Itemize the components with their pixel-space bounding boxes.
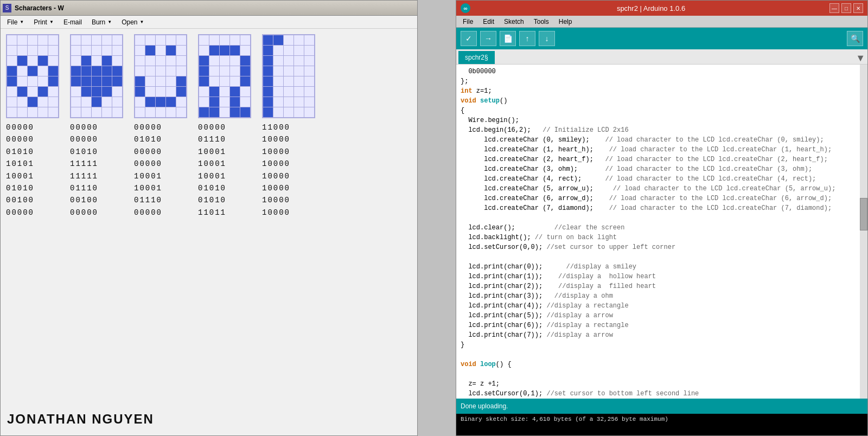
- code-line: lcd.print(char(5)); //display a arrow: [461, 311, 863, 320]
- pixel-cell: [92, 56, 101, 66]
- pixel-cell: [71, 107, 81, 117]
- pixel-cell: [48, 76, 58, 86]
- pixel-cell: [240, 97, 250, 107]
- restore-button[interactable]: □: [841, 3, 851, 13]
- pixel-cell: [220, 87, 229, 97]
- pixel-cell: [135, 87, 145, 97]
- pixel-cell: [156, 35, 165, 45]
- pixel-cell: [48, 107, 58, 117]
- menu-arduino-help[interactable]: Help: [554, 17, 577, 27]
- tab-spchr2[interactable]: spchr2§: [458, 51, 495, 64]
- pixel-cell: [284, 87, 293, 97]
- pixel-cell: [209, 66, 219, 76]
- pixel-cell: [156, 66, 165, 76]
- code-editor[interactable]: 0b00000};int z=1;void setup(){ Wire.begi…: [456, 65, 867, 399]
- close-button[interactable]: ✕: [853, 3, 863, 13]
- menu-email[interactable]: E-mail: [59, 17, 86, 27]
- minimize-button[interactable]: —: [829, 3, 839, 13]
- pixel-cell: [166, 35, 176, 45]
- pixel-cell: [156, 97, 165, 107]
- vertical-scrollbar[interactable]: [860, 65, 867, 399]
- pixel-cell: [304, 76, 314, 86]
- pixel-cell: [284, 35, 293, 45]
- pixel-cell: [17, 35, 27, 45]
- pixel-cell: [304, 35, 314, 45]
- menu-arduino-file[interactable]: File: [458, 17, 477, 27]
- menu-arduino-edit[interactable]: Edit: [478, 17, 499, 27]
- pixel-cell: [7, 87, 17, 97]
- menu-arduino-tools[interactable]: Tools: [529, 17, 553, 27]
- menu-burn[interactable]: Burn ▼: [87, 17, 116, 27]
- pixel-cell: [294, 46, 304, 55]
- new-button[interactable]: 📄: [500, 31, 516, 46]
- pixel-cell: [166, 46, 176, 55]
- code-line: };: [461, 76, 863, 86]
- pixel-cell: [263, 107, 273, 117]
- menu-file[interactable]: File ▼: [3, 17, 28, 27]
- tab-dropdown-button[interactable]: ▼: [856, 53, 865, 64]
- pixel-cell: [209, 35, 219, 45]
- pixel-cell: [102, 56, 112, 66]
- search-button[interactable]: 🔍: [847, 31, 863, 46]
- pixel-cell: [284, 66, 293, 76]
- tab-bar: spchr2§ ▼: [456, 49, 867, 65]
- code-line: [461, 252, 863, 262]
- pixel-cell: [81, 76, 91, 86]
- pixel-cell: [135, 66, 145, 76]
- pixel-cell: [102, 35, 112, 45]
- pixel-cell: [230, 66, 240, 76]
- left-title: Scharacters - W: [15, 4, 64, 12]
- pixel-cell: [81, 97, 91, 107]
- code-line: lcd.print(char(6)); //display a rectangl…: [461, 320, 863, 330]
- pixel-cell: [199, 35, 209, 45]
- upload-button[interactable]: →: [480, 31, 496, 46]
- pixel-cell: [71, 66, 81, 76]
- status-bar: Done uploading.: [456, 399, 867, 414]
- scrollbar-thumb[interactable]: [860, 198, 867, 230]
- code-line: }: [461, 340, 863, 350]
- pixel-cell: [220, 97, 229, 107]
- pixel-cell: [220, 46, 229, 55]
- pixel-cell: [112, 46, 122, 55]
- binary-display-smiley: 0000000000010101010110001010100010000000: [6, 121, 59, 219]
- save-button[interactable]: ↓: [539, 31, 555, 46]
- menu-arduino-sketch[interactable]: Sketch: [500, 17, 528, 27]
- pixel-cell: [284, 97, 293, 107]
- pixel-cell: [294, 66, 304, 76]
- pixel-cell: [71, 87, 81, 97]
- pixel-cell: [263, 87, 273, 97]
- code-line: lcd.createChar (7, diamond); // load cha…: [461, 203, 863, 213]
- pixel-cell: [199, 87, 209, 97]
- pixel-cell: [176, 76, 186, 86]
- pixel-cell: [17, 97, 27, 107]
- pixel-cell: [135, 46, 145, 55]
- pixel-cell: [284, 46, 293, 55]
- pixel-cell: [156, 87, 165, 97]
- pixel-cell: [7, 66, 17, 76]
- pixel-cell: [48, 87, 58, 97]
- pixel-cell: [135, 107, 145, 117]
- pixel-cell: [284, 107, 293, 117]
- pixel-cell: [81, 107, 91, 117]
- pixel-cell: [7, 46, 17, 55]
- pixel-cell: [81, 46, 91, 55]
- pixel-cell: [263, 97, 273, 107]
- code-line: lcd.createChar (0, smiley); // load char…: [461, 135, 863, 145]
- verify-button[interactable]: ✓: [461, 31, 477, 46]
- pixel-cell: [199, 46, 209, 55]
- pixel-cell: [102, 97, 112, 107]
- code-line: lcd.print(char(0)); //display a smiley: [461, 262, 863, 272]
- open-button[interactable]: ↑: [519, 31, 535, 46]
- pixel-cell: [28, 66, 37, 76]
- left-content: 0000000000010101010110001010100010000000…: [1, 29, 417, 435]
- pixel-cell: [71, 97, 81, 107]
- code-line: int z=1;: [461, 86, 863, 96]
- pixel-cell: [240, 66, 250, 76]
- menu-open[interactable]: Open ▼: [117, 17, 148, 27]
- app-icon: S: [3, 4, 11, 12]
- pixel-cell: [81, 87, 91, 97]
- pixel-cell: [240, 107, 250, 117]
- pixel-cell: [28, 87, 37, 97]
- pixel-cell: [92, 97, 101, 107]
- menu-print[interactable]: Print ▼: [29, 17, 58, 27]
